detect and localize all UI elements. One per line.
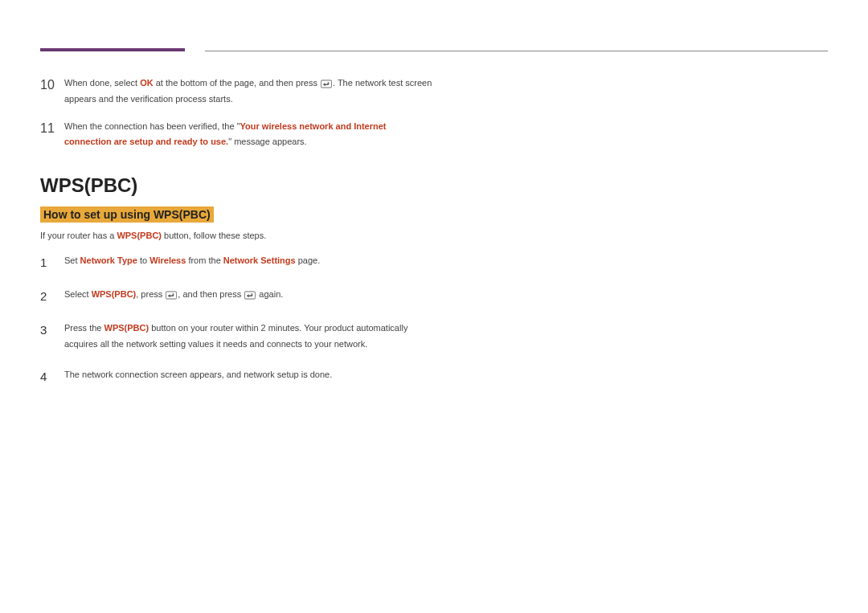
svg-rect-2 xyxy=(245,292,256,299)
highlight-text: WPS(PBC) xyxy=(104,323,149,333)
step-body: Select WPS(PBC), press , and then press … xyxy=(64,287,283,303)
step-body: Set Network Type to Wireless from the Ne… xyxy=(64,253,320,269)
body-text: at the bottom of the page, and then pres… xyxy=(154,78,320,88)
body-text: If your router has a xyxy=(40,231,117,240)
body-text: The network connection screen appears, a… xyxy=(64,370,332,379)
step-body: When done, select OK at the bottom of th… xyxy=(64,76,434,108)
step-number: 4 xyxy=(40,367,64,386)
highlight-text: WPS(PBC) xyxy=(117,231,162,240)
accent-bar xyxy=(40,48,185,51)
step-number: 3 xyxy=(40,321,64,340)
step-number: 10 xyxy=(40,76,64,95)
step-row: 2Select WPS(PBC), press , and then press… xyxy=(40,287,828,306)
enter-icon xyxy=(244,291,256,300)
section-title: WPS(PBC) xyxy=(40,174,828,197)
enter-icon xyxy=(321,80,332,88)
step-body: Press the WPS(PBC) button on your router… xyxy=(64,321,434,353)
body-text: , and then press xyxy=(178,289,244,299)
body-text: , press xyxy=(136,289,165,299)
step-row: 3Press the WPS(PBC) button on your route… xyxy=(40,321,828,353)
step-body: When the connection has been verified, t… xyxy=(64,119,434,151)
header-rule xyxy=(40,48,828,51)
body-text: When the connection has been verified, t… xyxy=(64,121,240,131)
highlight-text: OK xyxy=(140,78,154,88)
highlight-text: Network Type xyxy=(80,255,137,265)
svg-rect-0 xyxy=(321,80,331,88)
highlight-text: WPS(PBC) xyxy=(92,289,137,299)
svg-rect-1 xyxy=(166,292,177,299)
step-number: 11 xyxy=(40,119,64,138)
body-text: " message appears. xyxy=(228,137,306,146)
highlight-text: Wireless xyxy=(149,255,186,265)
step-row: 10When done, select OK at the bottom of … xyxy=(40,76,828,108)
body-text: Select xyxy=(64,289,92,299)
highlight-text: Network Settings xyxy=(223,255,296,265)
step-number: 1 xyxy=(40,253,64,272)
subsection-title: How to set up using WPS(PBC) xyxy=(40,206,214,223)
step-number: 2 xyxy=(40,287,64,306)
body-text: again. xyxy=(256,289,283,299)
step-body: The network connection screen appears, a… xyxy=(64,367,332,383)
body-text: page. xyxy=(296,255,321,265)
enter-icon xyxy=(166,291,177,300)
lower-steps: 1Set Network Type to Wireless from the N… xyxy=(40,253,828,386)
body-text: button, follow these steps. xyxy=(162,231,266,240)
body-text: to xyxy=(137,255,149,265)
intro-text: If your router has a WPS(PBC) button, fo… xyxy=(40,231,828,240)
upper-steps: 10When done, select OK at the bottom of … xyxy=(40,76,828,150)
body-text: Set xyxy=(64,255,80,265)
divider-line xyxy=(205,51,828,51)
step-row: 1Set Network Type to Wireless from the N… xyxy=(40,253,828,272)
body-text: When done, select xyxy=(64,78,140,88)
step-row: 4The network connection screen appears, … xyxy=(40,367,828,386)
step-row: 11When the connection has been verified,… xyxy=(40,119,828,151)
body-text: Press the xyxy=(64,323,104,333)
body-text: from the xyxy=(186,255,223,265)
